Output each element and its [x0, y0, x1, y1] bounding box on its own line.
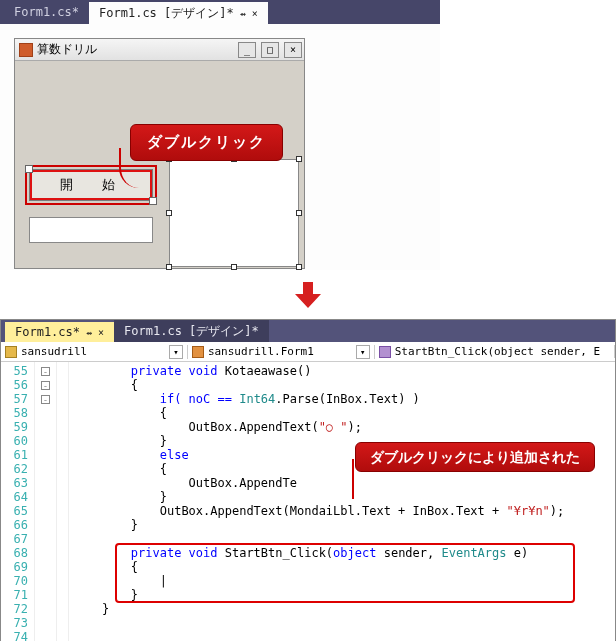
tab-form1-code[interactable]: Form1.cs* ⇴ ×: [5, 322, 114, 342]
pin-icon[interactable]: ⇴: [86, 327, 92, 338]
maximize-button[interactable]: □: [261, 42, 279, 58]
fold-gutter: - - -: [35, 362, 57, 641]
fold-toggle[interactable]: -: [41, 395, 50, 404]
chevron-down-icon[interactable]: ▾: [169, 345, 183, 359]
navigation-bar: sansudrill ▾ sansudrill.Form1 ▾ StartBtn…: [1, 342, 615, 362]
line-number-gutter: 55 56 57 58 59 60 61 62 63 64 65 66 67 6…: [1, 362, 35, 641]
method-icon: [379, 346, 391, 358]
minimize-button[interactable]: _: [238, 42, 256, 58]
fold-toggle[interactable]: -: [41, 381, 50, 390]
nav-namespace: sansudrill: [21, 345, 87, 358]
fold-toggle[interactable]: -: [41, 367, 50, 376]
callout-double-click: ダブルクリック: [130, 124, 283, 161]
tab-label: Form1.cs [デザイン]*: [124, 323, 259, 340]
code-text[interactable]: private void Kotaeawase() { if( noC == I…: [69, 362, 615, 641]
class-icon: [192, 346, 204, 358]
resize-handle[interactable]: [231, 264, 237, 270]
down-arrow-icon: [0, 270, 616, 319]
namespace-dropdown[interactable]: sansudrill ▾: [1, 345, 188, 359]
close-icon[interactable]: ×: [98, 327, 104, 338]
designer-surface[interactable]: 算数ドリル _ □ × 開 始 ダブルクリック: [0, 24, 440, 270]
nav-method: StartBtn_Click(object sender, E: [395, 345, 600, 358]
resize-handle[interactable]: [296, 156, 302, 162]
callout-added-by-doubleclick: ダブルクリックにより追加された: [355, 442, 595, 472]
form-icon: [19, 43, 33, 57]
tab-form1-design[interactable]: Form1.cs [デザイン]*: [114, 320, 269, 342]
method-dropdown[interactable]: StartBtn_Click(object sender, E: [375, 345, 615, 358]
marker-gutter: [57, 362, 69, 641]
tab-form1-design[interactable]: Form1.cs [デザイン]* ⇴ ×: [89, 2, 268, 24]
resize-handle[interactable]: [166, 210, 172, 216]
close-icon[interactable]: ×: [252, 8, 258, 19]
tab-label: Form1.cs*: [14, 5, 79, 19]
resize-handle[interactable]: [296, 264, 302, 270]
class-dropdown[interactable]: sansudrill.Form1 ▾: [188, 345, 375, 359]
nav-class: sansudrill.Form1: [208, 345, 314, 358]
close-button[interactable]: ×: [284, 42, 302, 58]
form-title: 算数ドリル: [37, 41, 233, 58]
form-body[interactable]: 開 始: [15, 61, 304, 268]
code-tabbar: Form1.cs* ⇴ × Form1.cs [デザイン]*: [1, 320, 615, 342]
code-area[interactable]: 55 56 57 58 59 60 61 62 63 64 65 66 67 6…: [1, 362, 615, 641]
designer-tabbar: Form1.cs* Form1.cs [デザイン]* ⇴ ×: [0, 0, 440, 24]
code-editor-panel: Form1.cs* ⇴ × Form1.cs [デザイン]* sansudril…: [0, 319, 616, 641]
input-textbox[interactable]: [29, 217, 153, 243]
tab-label: Form1.cs*: [15, 325, 80, 339]
form-titlebar[interactable]: 算数ドリル _ □ ×: [15, 39, 304, 61]
tab-form1-code[interactable]: Form1.cs*: [4, 0, 89, 24]
tab-label: Form1.cs [デザイン]*: [99, 5, 234, 22]
designer-panel: Form1.cs* Form1.cs [デザイン]* ⇴ × 算数ドリル _ □…: [0, 0, 440, 270]
resize-handle[interactable]: [296, 210, 302, 216]
output-listview[interactable]: [169, 159, 299, 267]
chevron-down-icon[interactable]: ▾: [356, 345, 370, 359]
resize-handle[interactable]: [166, 264, 172, 270]
csharp-icon: [5, 346, 17, 358]
pin-icon[interactable]: ⇴: [240, 8, 246, 19]
